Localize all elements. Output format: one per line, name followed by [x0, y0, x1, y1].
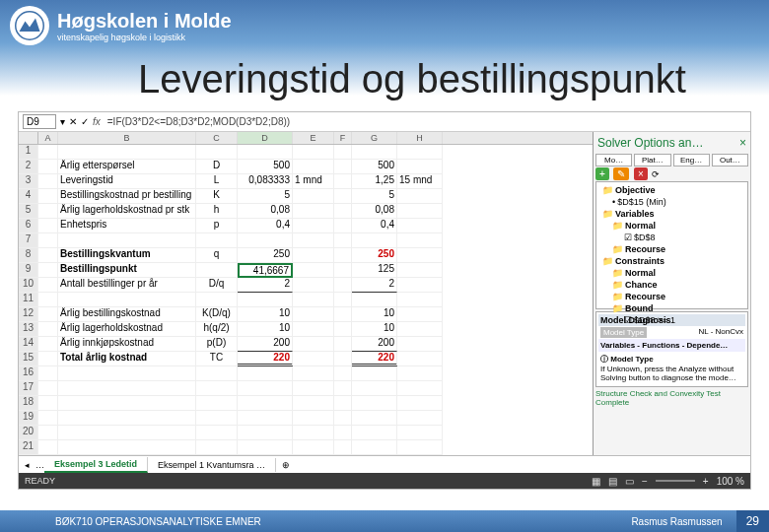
- name-box[interactable]: D9: [23, 114, 56, 129]
- cell[interactable]: K: [196, 189, 238, 204]
- cell[interactable]: Årlig innkjøpskostnad: [58, 337, 196, 352]
- zoom-in-icon[interactable]: +: [703, 476, 709, 487]
- cell[interactable]: [196, 381, 238, 396]
- cell[interactable]: [238, 233, 293, 248]
- cell[interactable]: [196, 396, 238, 411]
- zoom-out-icon[interactable]: −: [642, 476, 648, 487]
- view-break-icon[interactable]: ▭: [625, 476, 634, 487]
- cell[interactable]: [196, 426, 238, 440]
- cell[interactable]: [196, 233, 238, 248]
- tree-item[interactable]: 📁 Recourse: [598, 291, 745, 302]
- pane-tab[interactable]: Mo…: [595, 154, 632, 166]
- cell[interactable]: [352, 440, 397, 455]
- row-header[interactable]: 4: [19, 189, 38, 204]
- row-header[interactable]: 11: [19, 293, 38, 307]
- cell[interactable]: [352, 411, 397, 426]
- cell[interactable]: L: [196, 174, 238, 189]
- row-header[interactable]: 19: [19, 411, 38, 426]
- tree-item[interactable]: • $D$15 (Min): [598, 196, 745, 208]
- cell[interactable]: 200: [238, 337, 293, 352]
- cell[interactable]: Årlig bestillingskostnad: [58, 307, 196, 322]
- cell[interactable]: [58, 411, 196, 426]
- pane-tab[interactable]: Eng…: [673, 154, 710, 166]
- cell[interactable]: [196, 263, 238, 278]
- cell[interactable]: [352, 293, 397, 307]
- cell[interactable]: 10: [352, 307, 397, 322]
- tab-scroll-right-icon[interactable]: …: [35, 460, 44, 470]
- col-G[interactable]: G: [352, 132, 397, 144]
- cell[interactable]: [58, 426, 196, 440]
- tree-item[interactable]: 📁 Recourse: [598, 243, 745, 255]
- cell[interactable]: 10: [238, 322, 293, 337]
- cell[interactable]: [238, 381, 293, 396]
- cell[interactable]: [397, 233, 443, 248]
- cell[interactable]: [293, 396, 334, 411]
- cell[interactable]: [58, 366, 196, 381]
- cell[interactable]: 5: [238, 189, 293, 204]
- cell[interactable]: 220: [352, 352, 397, 366]
- vfd-section[interactable]: Variables - Functions - Depende…: [598, 339, 745, 352]
- col-B[interactable]: B: [58, 132, 196, 144]
- cell[interactable]: [293, 233, 334, 248]
- cell[interactable]: [293, 337, 334, 352]
- cell[interactable]: h: [196, 204, 238, 219]
- tree-item[interactable]: 📁 Objective: [598, 184, 745, 196]
- cell[interactable]: 10: [352, 322, 397, 337]
- cell[interactable]: Bestillingspunkt: [58, 263, 196, 278]
- cell[interactable]: [397, 204, 443, 219]
- cell[interactable]: 0,4: [352, 219, 397, 233]
- cell[interactable]: [397, 322, 443, 337]
- cell[interactable]: [293, 145, 334, 160]
- close-icon[interactable]: ×: [739, 136, 746, 150]
- row-header[interactable]: 3: [19, 174, 38, 189]
- row-header[interactable]: 16: [19, 366, 38, 381]
- cell[interactable]: TC: [196, 352, 238, 366]
- row-header[interactable]: 15: [19, 352, 38, 366]
- cell[interactable]: [293, 204, 334, 219]
- tree-item[interactable]: ☑ $D$8: [598, 232, 745, 243]
- col-D[interactable]: D: [238, 132, 293, 144]
- cell[interactable]: [352, 396, 397, 411]
- cell[interactable]: [397, 160, 443, 174]
- cell[interactable]: [397, 248, 443, 263]
- cell[interactable]: [196, 411, 238, 426]
- cell[interactable]: [397, 366, 443, 381]
- cell[interactable]: [397, 352, 443, 366]
- tab-scroll-left-icon[interactable]: ◂: [19, 460, 35, 470]
- pane-tab[interactable]: Out…: [712, 154, 748, 166]
- cell[interactable]: [196, 366, 238, 381]
- col-A[interactable]: A: [38, 132, 58, 144]
- row-header[interactable]: 20: [19, 426, 38, 440]
- cell[interactable]: 1,25: [352, 174, 397, 189]
- cell[interactable]: Bestillingskostnad pr bestilling: [58, 189, 196, 204]
- cell[interactable]: [293, 160, 334, 174]
- cell[interactable]: Antall bestillinger pr år: [58, 278, 196, 293]
- cell[interactable]: [58, 440, 196, 455]
- cell[interactable]: Årlig lagerholdskostnad pr stk: [58, 204, 196, 219]
- zoom-value[interactable]: 100 %: [717, 476, 744, 487]
- cell[interactable]: [352, 381, 397, 396]
- row-header[interactable]: 1: [19, 145, 38, 160]
- cell[interactable]: 0,4: [238, 219, 293, 233]
- row-header[interactable]: 12: [19, 307, 38, 322]
- cell[interactable]: [293, 426, 334, 440]
- cell[interactable]: Total årlig kostnad: [58, 352, 196, 366]
- cell[interactable]: [397, 307, 443, 322]
- cell[interactable]: Årlig etterspørsel: [58, 160, 196, 174]
- cell[interactable]: [397, 263, 443, 278]
- cell[interactable]: Bestillingskvantum: [58, 248, 196, 263]
- worksheet[interactable]: A B C D E F G H 12Årlig etterspørselD500…: [19, 132, 593, 455]
- cell[interactable]: [238, 396, 293, 411]
- cell[interactable]: 1 mnd: [293, 174, 334, 189]
- cell[interactable]: p(D): [196, 337, 238, 352]
- cell[interactable]: [397, 145, 443, 160]
- view-layout-icon[interactable]: ▤: [608, 476, 617, 487]
- row-header[interactable]: 14: [19, 337, 38, 352]
- cell[interactable]: [238, 411, 293, 426]
- cell[interactable]: [397, 440, 443, 455]
- cell[interactable]: [293, 352, 334, 366]
- cell[interactable]: [293, 411, 334, 426]
- tree-item[interactable]: 📁 Constraints: [598, 255, 745, 267]
- cell[interactable]: [397, 411, 443, 426]
- tree-item[interactable]: 📁 Chance: [598, 279, 745, 291]
